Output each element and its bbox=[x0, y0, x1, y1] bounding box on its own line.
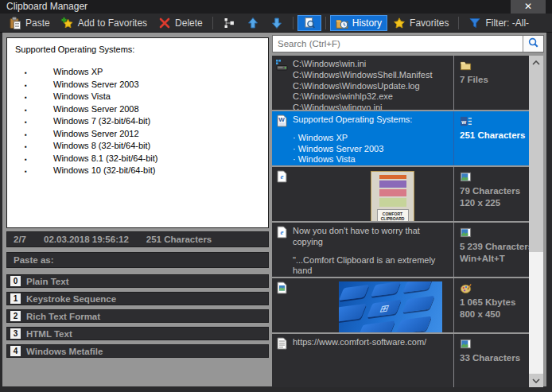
clip-timestamp: 02.03.2018 19:56:12 bbox=[44, 235, 129, 244]
keyboard-key bbox=[339, 304, 367, 323]
clip-info: 5 239 Characters Win+Alt+T bbox=[453, 223, 529, 277]
clip-text-line: · Windows XP bbox=[293, 133, 452, 144]
clip-meta: 251 Characters bbox=[460, 130, 529, 142]
hotkey-badge: 2 bbox=[10, 311, 21, 321]
clipboard-item-image-html[interactable]: e COMFORT CLIPBOARD 79 Characters 120 x … bbox=[272, 167, 529, 221]
search-button[interactable] bbox=[523, 36, 543, 52]
paste-option-label: Plain Text bbox=[26, 277, 68, 286]
bullet-icon: ▪ bbox=[25, 116, 27, 129]
scrollbar-thumb[interactable] bbox=[529, 69, 543, 252]
clip-text-line: · Windows Server 2003 bbox=[293, 144, 452, 155]
preview-list-item: ▪Windows 7 (32-bit/64-bit) bbox=[7, 115, 268, 128]
title-bar: Clipboard Manager ✕ bbox=[0, 0, 552, 14]
delete-button[interactable]: Delete bbox=[153, 15, 208, 31]
keyboard-key bbox=[395, 316, 431, 332]
scroll-down-button[interactable] bbox=[529, 374, 543, 387]
clipboard-item-image[interactable]: ⊞ 1 065 Kbytes 800 x 450 bbox=[272, 278, 529, 332]
move-up-button[interactable] bbox=[241, 15, 265, 31]
clipboard-item-rich-text-selected[interactable]: W Supported Operating Systems: · Windows… bbox=[272, 111, 529, 165]
preview-list-item: ▪Windows 10 (32-bit/64-bit) bbox=[7, 165, 268, 177]
delete-x-icon bbox=[158, 17, 171, 29]
clipboard-item-web-text[interactable]: e Now you don't have to worry that copyi… bbox=[272, 223, 529, 277]
text-document-icon bbox=[275, 337, 288, 350]
image-format-icon bbox=[460, 338, 529, 350]
add-to-favorites-button[interactable]: Add to Favorites bbox=[56, 15, 153, 31]
clip-hotkey: Win+Alt+T bbox=[460, 253, 529, 265]
hotkey-badge: 1 bbox=[10, 293, 21, 304]
down-arrow-icon bbox=[270, 17, 283, 29]
palette-format-icon bbox=[460, 282, 529, 294]
clip-dimensions: 120 x 225 bbox=[460, 197, 529, 209]
vertical-scrollbar[interactable] bbox=[529, 56, 543, 387]
word-format-icon: w bbox=[460, 115, 529, 127]
clip-content: Supported Operating Systems: · Windows X… bbox=[293, 114, 452, 165]
toolbar-separator bbox=[458, 17, 459, 29]
preview-list-item: ▪Windows 8 (32-bit/64-bit) bbox=[7, 140, 268, 153]
clipboard-item-url[interactable]: https://www.comfort-software.com/ 33 Cha… bbox=[272, 334, 529, 387]
paste-option-keystroke-sequence[interactable]: 1 Keystroke Sequence bbox=[6, 292, 269, 305]
paste-option-label: Keystroke Sequence bbox=[26, 294, 116, 304]
clip-meta: 7 Files bbox=[460, 74, 529, 86]
clip-image-thumbnail: COMFORT CLIPBOARD bbox=[371, 171, 414, 221]
toolbar-separator bbox=[325, 17, 326, 29]
ie-document-icon: e bbox=[275, 170, 288, 183]
add-favorite-star-icon bbox=[61, 17, 74, 29]
clip-preview-pane: Supported Operating Systems: ▪Windows XP… bbox=[6, 37, 269, 228]
close-button[interactable]: ✕ bbox=[511, 0, 546, 14]
clip-info: w 251 Characters bbox=[453, 111, 529, 165]
thumb-block bbox=[379, 175, 406, 179]
move-down-button[interactable] bbox=[265, 15, 289, 31]
clip-content: Now you don't have to worry that copying… bbox=[293, 226, 452, 277]
bullet-icon: ▪ bbox=[25, 80, 27, 92]
history-label: History bbox=[352, 17, 382, 29]
file-path: C:\Windows\WindowsShell.Manifest bbox=[293, 70, 452, 81]
scroll-up-button[interactable] bbox=[529, 56, 543, 69]
paste-as-header: Paste as: bbox=[6, 252, 269, 268]
paste-option-plain-text[interactable]: 0 Plain Text bbox=[6, 274, 269, 288]
image-document-icon bbox=[275, 281, 288, 294]
paste-option-html-text[interactable]: 3 HTML Text bbox=[6, 327, 269, 340]
blank-line bbox=[293, 248, 452, 255]
preview-os-list: ▪Windows XP ▪Windows Server 2003 ▪Window… bbox=[7, 66, 268, 177]
bullet-icon: ▪ bbox=[25, 91, 27, 104]
history-tab-button[interactable]: History bbox=[330, 15, 387, 31]
toolbar: Paste Add to Favorites Delete History bbox=[0, 14, 552, 33]
paste-option-rich-text-format[interactable]: 2 Rich Text Format bbox=[6, 309, 269, 323]
clip-content: ⊞ bbox=[293, 281, 452, 332]
hotkey-badge: 4 bbox=[10, 346, 21, 356]
search-input[interactable] bbox=[273, 36, 523, 52]
clip-info: 33 Characters bbox=[453, 334, 529, 387]
paste-option-windows-metafile[interactable]: 4 Windows Metafile bbox=[6, 344, 269, 358]
clip-meta: 1 065 Kbytes bbox=[460, 297, 529, 309]
keyboard-key bbox=[357, 320, 395, 332]
favorites-tab-button[interactable]: Favorites bbox=[387, 15, 454, 31]
thumb-block bbox=[379, 189, 406, 196]
bullet-icon: ▪ bbox=[25, 165, 27, 178]
clip-info: 79 Characters 120 x 225 bbox=[453, 167, 529, 221]
thumb-block bbox=[379, 180, 406, 188]
keyboard-key bbox=[402, 296, 435, 312]
keyboard-key bbox=[402, 281, 432, 293]
thumb-label: COMFORT CLIPBOARD bbox=[377, 209, 409, 221]
bullet-icon: ▪ bbox=[25, 141, 27, 153]
add-to-favorites-label: Add to Favorites bbox=[78, 17, 147, 29]
svg-text:w: w bbox=[461, 118, 466, 126]
search-box bbox=[272, 35, 544, 52]
preview-pane-toggle[interactable] bbox=[297, 15, 321, 31]
clip-content: C:\Windows\win.ini C:\Windows\WindowsShe… bbox=[293, 59, 452, 110]
toolbar-separator bbox=[293, 17, 293, 29]
svg-text:e: e bbox=[281, 173, 284, 180]
clip-index: 2/7 bbox=[14, 235, 26, 244]
toolbar-separator bbox=[212, 17, 213, 29]
paste-button[interactable]: Paste bbox=[3, 15, 56, 31]
tree-structure-button[interactable] bbox=[217, 15, 241, 31]
preview-list-item: ▪Windows 8.1 (32-bit/64-bit) bbox=[7, 153, 268, 165]
paste-option-label: Rich Text Format bbox=[26, 312, 100, 321]
ie-document-icon: e bbox=[275, 226, 288, 239]
clip-meta: 79 Characters bbox=[460, 185, 529, 197]
clipboard-item-files[interactable]: C:\Windows\win.ini C:\Windows\WindowsShe… bbox=[272, 56, 529, 110]
filter-button[interactable]: Filter: -All- bbox=[463, 15, 535, 31]
magnifier-page-icon bbox=[303, 17, 316, 29]
clip-size: 251 Characters bbox=[146, 235, 212, 244]
clip-text-line: Supported Operating Systems: bbox=[293, 114, 452, 126]
